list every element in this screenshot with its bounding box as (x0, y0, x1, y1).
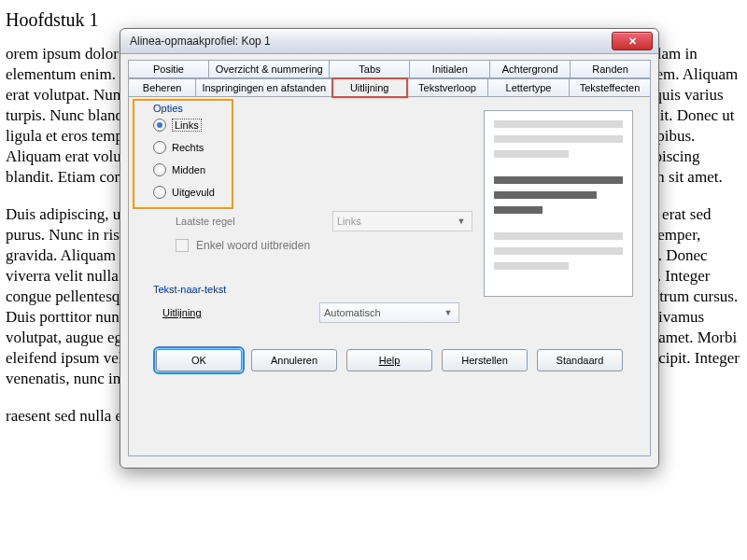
radio-label: Rechts (172, 142, 204, 153)
combo-value: Links (337, 216, 361, 227)
options-group-label: Opties (149, 103, 187, 114)
tab-lettertype[interactable]: Lettertype (488, 78, 570, 97)
alignment-combo[interactable]: Automatisch ▼ (319, 302, 459, 323)
help-button[interactable]: Help (346, 349, 432, 371)
tab-beheren[interactable]: Beheren (128, 78, 196, 97)
tab-row-2: Beheren Inspringingen en afstanden Uitli… (128, 78, 651, 97)
alignment-label: Uitlijning (162, 307, 312, 318)
radio-icon (153, 186, 166, 199)
alignment-preview (484, 110, 633, 297)
close-icon: ✕ (628, 35, 637, 48)
cancel-button[interactable]: Annuleren (251, 349, 337, 371)
tab-teksteffecten[interactable]: Teksteffecten (570, 78, 651, 97)
dialog-titlebar[interactable]: Alinea-opmaakprofiel: Kop 1 ✕ (120, 29, 658, 54)
radio-label: Uitgevuld (172, 187, 215, 198)
chevron-down-icon: ▼ (442, 308, 455, 317)
tab-randen[interactable]: Randen (571, 60, 651, 78)
close-button[interactable]: ✕ (612, 32, 653, 50)
combo-value: Automatisch (324, 307, 381, 318)
radio-icon (153, 141, 166, 154)
expand-word-label: Enkel woord uitbreiden (196, 239, 310, 252)
tab-inspringingen[interactable]: Inspringingen en afstanden (196, 78, 332, 97)
tab-row-1: Positie Overzicht & nummering Tabs Initi… (128, 60, 651, 78)
tab-tekstverloop[interactable]: Tekstverloop (407, 78, 488, 97)
radio-label: Midden (172, 164, 205, 175)
dialog-buttons: OK Annuleren Help Herstellen Standaard (144, 349, 635, 371)
tab-panel: Opties Links Rechts Midden Uitgevuld Laa… (128, 96, 651, 456)
tab-tabs[interactable]: Tabs (330, 60, 410, 78)
paragraph-style-dialog: Alinea-opmaakprofiel: Kop 1 ✕ Positie Ov… (120, 28, 659, 469)
t2t-group-label: Tekst-naar-tekst (149, 284, 230, 295)
standard-button[interactable]: Standaard (537, 349, 623, 371)
text-to-text-group: Tekst-naar-tekst Uitlijning Automatisch … (144, 291, 635, 332)
reset-button[interactable]: Herstellen (442, 349, 528, 371)
last-line-label: Laatste regel (176, 216, 325, 227)
radio-icon (153, 119, 166, 132)
ok-button[interactable]: OK (156, 349, 242, 371)
chevron-down-icon: ▼ (455, 217, 468, 226)
expand-word-checkbox (176, 239, 189, 252)
dialog-title: Alinea-opmaakprofiel: Kop 1 (130, 35, 271, 48)
radio-label: Links (172, 119, 202, 132)
tab-achtergrond[interactable]: Achtergrond (490, 60, 571, 78)
last-line-combo: Links ▼ (332, 211, 472, 231)
tab-initialen[interactable]: Initialen (410, 60, 490, 78)
radio-icon (153, 163, 166, 176)
tab-positie[interactable]: Positie (128, 60, 209, 78)
tab-uitlijning[interactable]: Uitlijning (332, 78, 407, 97)
tab-overzicht-nummering[interactable]: Overzicht & nummering (209, 60, 331, 78)
